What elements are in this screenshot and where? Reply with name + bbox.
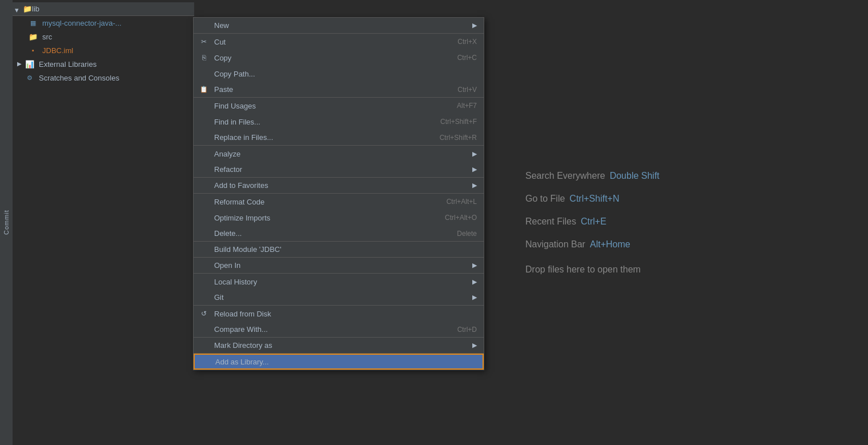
go-to-file-key: Ctrl+Shift+N — [569, 194, 619, 204]
library-icon: 📊 — [25, 59, 34, 69]
list-item[interactable]: 📁 src — [13, 30, 194, 43]
commit-label: Commit — [0, 0, 13, 445]
cut-icon: ✂ — [199, 37, 208, 46]
menu-item-build-module[interactable]: Build Module 'JDBC' — [194, 242, 484, 258]
recent-files-key: Ctrl+E — [581, 217, 606, 227]
file-label: External Libraries — [39, 60, 97, 69]
recent-files-hint: Recent Files Ctrl+E — [525, 217, 868, 227]
go-to-file-hint: Go to File Ctrl+Shift+N — [525, 194, 868, 204]
search-everywhere-key: Double Shift — [610, 171, 660, 181]
lib-header: ▾ 📁 lib — [13, 2, 194, 16]
reload-icon: ↺ — [199, 309, 208, 318]
go-to-file-label: Go to File — [525, 194, 565, 204]
search-everywhere-hint: Search Everywhere Double Shift — [525, 171, 868, 181]
menu-item-compare-with[interactable]: Compare With... Ctrl+D — [194, 322, 484, 338]
file-label: src — [42, 33, 52, 41]
navigation-bar-hint: Navigation Bar Alt+Home — [525, 239, 868, 250]
iml-icon: ▪ — [29, 46, 38, 55]
submenu-arrow-icon: ▶ — [472, 22, 477, 29]
submenu-arrow-icon: ▶ — [472, 294, 477, 301]
menu-item-reformat-code[interactable]: Reformat Code Ctrl+Alt+L — [194, 194, 484, 210]
chevron-icon: ▶ — [17, 74, 24, 81]
menu-item-copy-path[interactable]: Copy Path... — [194, 66, 484, 82]
paste-icon: 📋 — [199, 85, 208, 94]
submenu-arrow-icon: ▶ — [472, 278, 477, 286]
submenu-arrow-icon: ▶ — [472, 262, 477, 269]
menu-item-optimize-imports[interactable]: Optimize Imports Ctrl+Alt+O — [194, 210, 484, 226]
folder-icon: 📁 — [29, 32, 38, 41]
drop-hint: Drop files here to open them — [525, 264, 868, 275]
lib-label: lib — [32, 5, 39, 13]
menu-item-find-in-files[interactable]: Find in Files... Ctrl+Shift+F — [194, 114, 484, 130]
menu-item-cut[interactable]: ✂ Cut Ctrl+X — [194, 34, 484, 50]
chevron-down-icon: ▾ — [15, 6, 22, 13]
menu-item-git[interactable]: Git ▶ — [194, 290, 484, 306]
search-everywhere-label: Search Everywhere — [525, 171, 605, 181]
menu-item-analyze[interactable]: Analyze ▶ — [194, 146, 484, 162]
file-label: JDBC.iml — [42, 46, 73, 55]
menu-item-find-usages[interactable]: Find Usages Alt+F7 — [194, 98, 484, 114]
submenu-arrow-icon: ▶ — [472, 342, 477, 349]
menu-item-mark-directory-as[interactable]: Mark Directory as ▶ — [194, 338, 484, 354]
list-item[interactable]: ▶ ⚙ Scratches and Consoles — [13, 71, 194, 85]
copy-icon: ⎘ — [199, 53, 208, 62]
menu-item-add-as-library[interactable]: Add as Library... — [194, 354, 484, 370]
list-item[interactable]: ▶ 📊 External Libraries — [13, 57, 194, 71]
file-label: Scratches and Consoles — [39, 74, 119, 82]
menu-item-refactor[interactable]: Refactor ▶ — [194, 162, 484, 178]
file-label: mysql-connector-java-... — [42, 19, 122, 27]
menu-item-new[interactable]: New ▶ — [194, 18, 484, 34]
jar-icon: ▦ — [29, 18, 38, 27]
menu-item-open-in[interactable]: Open In ▶ — [194, 258, 484, 274]
right-panel: Search Everywhere Double Shift Go to Fil… — [491, 0, 868, 445]
submenu-arrow-icon: ▶ — [472, 150, 477, 158]
recent-files-label: Recent Files — [525, 217, 576, 227]
folder-icon: 📁 — [23, 5, 32, 13]
menu-item-add-to-favorites[interactable]: Add to Favorites ▶ — [194, 178, 484, 194]
menu-item-replace-in-files[interactable]: Replace in Files... Ctrl+Shift+R — [194, 130, 484, 146]
list-item[interactable]: ▦ mysql-connector-java-... — [13, 16, 194, 30]
menu-item-paste[interactable]: 📋 Paste Ctrl+V — [194, 82, 484, 98]
chevron-right-icon: ▶ — [17, 61, 24, 67]
navigation-bar-label: Navigation Bar — [525, 239, 585, 250]
context-menu: New ▶ ✂ Cut Ctrl+X ⎘ Copy Ctrl+C Copy Pa… — [193, 17, 484, 370]
scratches-icon: ⚙ — [25, 73, 34, 82]
navigation-bar-key: Alt+Home — [590, 239, 630, 250]
submenu-arrow-icon: ▶ — [472, 182, 477, 189]
list-item[interactable]: ▪ JDBC.iml — [13, 43, 194, 57]
menu-item-reload-from-disk[interactable]: ↺ Reload from Disk — [194, 306, 484, 322]
menu-item-delete[interactable]: Delete... Delete — [194, 226, 484, 242]
menu-item-local-history[interactable]: Local History ▶ — [194, 274, 484, 290]
submenu-arrow-icon: ▶ — [472, 166, 477, 173]
menu-item-copy[interactable]: ⎘ Copy Ctrl+C — [194, 50, 484, 66]
sidebar: ▾ 📁 lib ▦ mysql-connector-java-... 📁 src… — [13, 0, 194, 445]
